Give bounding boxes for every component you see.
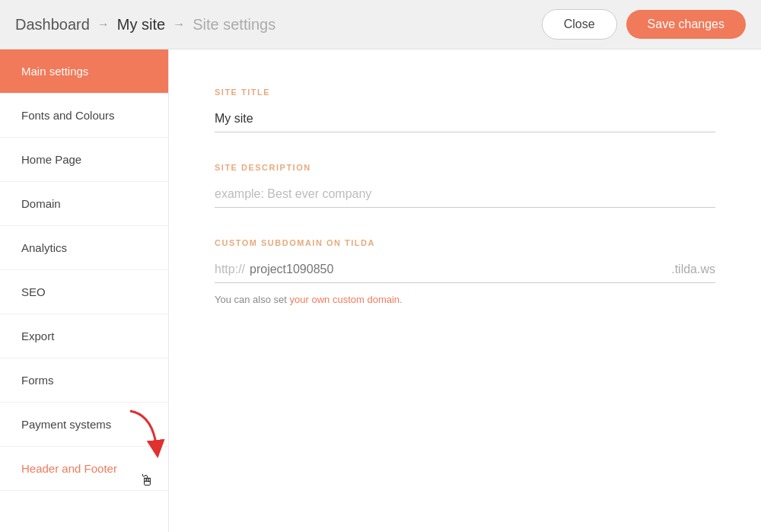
breadcrumb-dashboard: Dashboard (15, 16, 90, 33)
sidebar-item-label-fonts-colours: Fonts and Colours (21, 109, 115, 122)
topbar-buttons: Close Save changes (542, 9, 746, 40)
custom-subdomain-group: CUSTOM SUBDOMAIN ON TILDA http:// .tilda… (215, 238, 715, 305)
breadcrumb-mysite: My site (117, 16, 165, 33)
layout: Main settings Fonts and Colours Home Pag… (0, 49, 761, 532)
breadcrumb: Dashboard → My site → Site settings (15, 16, 275, 33)
sidebar-item-domain[interactable]: Domain (0, 182, 168, 226)
sidebar: Main settings Fonts and Colours Home Pag… (0, 49, 169, 532)
site-description-label: SITE DESCRIPTION (215, 163, 715, 172)
breadcrumb-arrow-2: → (173, 18, 185, 31)
sidebar-item-home-page[interactable]: Home Page (0, 138, 168, 182)
subdomain-row: http:// .tilda.ws (215, 256, 715, 283)
subdomain-prefix: http:// (215, 256, 245, 283)
sidebar-item-label-seo: SEO (21, 285, 46, 298)
breadcrumb-sitesettings: Site settings (193, 16, 275, 33)
sidebar-item-fonts-colours[interactable]: Fonts and Colours (0, 94, 168, 138)
sidebar-item-payment-systems[interactable]: Payment systems (0, 403, 168, 447)
sidebar-item-analytics[interactable]: Analytics (0, 226, 168, 270)
sidebar-item-export[interactable]: Export (0, 314, 168, 358)
site-title-input[interactable] (215, 106, 715, 132)
close-button[interactable]: Close (542, 9, 617, 40)
sidebar-item-label-main-settings: Main settings (21, 65, 88, 78)
sidebar-item-label-domain: Domain (21, 197, 61, 210)
site-title-label: SITE TITLE (215, 88, 715, 97)
sidebar-item-label-header-footer: Header and Footer (21, 462, 117, 475)
subdomain-suffix: .tilda.ws (671, 256, 715, 283)
sidebar-item-label-home-page: Home Page (21, 153, 81, 166)
sidebar-item-label-analytics: Analytics (21, 241, 67, 254)
save-changes-button[interactable]: Save changes (626, 10, 746, 39)
site-description-input[interactable] (215, 181, 715, 208)
custom-domain-link[interactable]: your own custom domain. (290, 294, 403, 305)
sidebar-item-label-payment-systems: Payment systems (21, 418, 111, 431)
custom-domain-note: You can also set your own custom domain. (215, 294, 715, 305)
site-title-group: SITE TITLE (215, 88, 715, 132)
sidebar-item-label-forms: Forms (21, 374, 54, 387)
sidebar-item-main-settings[interactable]: Main settings (0, 49, 168, 94)
sidebar-item-forms[interactable]: Forms (0, 358, 168, 403)
breadcrumb-arrow-1: → (97, 18, 110, 31)
sidebar-bottom-area: Header and Footer 🖱 (0, 447, 168, 491)
main-content: SITE TITLE SITE DESCRIPTION CUSTOM SUBDO… (169, 49, 761, 532)
custom-subdomain-label: CUSTOM SUBDOMAIN ON TILDA (215, 238, 715, 247)
sidebar-item-seo[interactable]: SEO (0, 270, 168, 314)
sidebar-item-label-export: Export (21, 330, 54, 342)
topbar: Dashboard → My site → Site settings Clos… (0, 0, 761, 49)
cursor-icon: 🖱 (139, 472, 154, 489)
subdomain-input[interactable] (245, 256, 671, 283)
site-description-group: SITE DESCRIPTION (215, 163, 715, 208)
